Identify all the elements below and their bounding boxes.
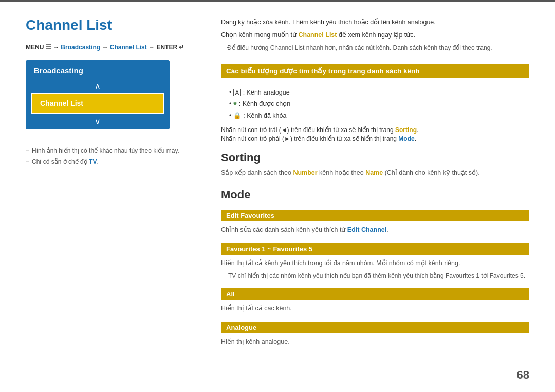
content-area: Channel List MENU ☰ → Broadcasting → Cha… — [0, 2, 555, 392]
edit-channel-link: Edit Channel — [347, 226, 386, 233]
all-heading: All — [221, 288, 529, 300]
menu-path: MENU ☰ → Broadcasting → Channel List → E… — [26, 44, 200, 51]
divider-line — [26, 139, 128, 139]
sorting-title: Sorting — [221, 151, 529, 164]
note-2: Chỉ có sẵn ở chế độ TV. — [26, 157, 200, 168]
broadcasting-ui: Broadcasting ∧ Channel List ∨ — [26, 60, 170, 129]
down-arrow-icon: ∨ — [95, 117, 101, 126]
edit-favourites-desc: Chỉnh sửa các danh sách kênh yêu thích t… — [221, 225, 529, 235]
intro-line-2: Chọn kênh mong muốn từ Channel List để x… — [221, 30, 529, 41]
note-1: Hình ảnh hiển thị có thể khác nhau tùy t… — [26, 145, 200, 157]
name-link: Name — [365, 169, 383, 176]
icon-analogue: A : Kênh analogue — [229, 87, 529, 99]
menu-arrow3: → — [149, 44, 156, 51]
up-arrow-icon: ∧ — [95, 81, 101, 91]
lock-icon: 🔒 — [233, 112, 242, 119]
page-title: Channel List — [26, 17, 200, 33]
channel-list-highlight-2: Channel List — [270, 44, 305, 51]
fav5-link: Favourites 5 — [490, 272, 524, 279]
page-number: 68 — [517, 368, 529, 382]
analogue-desc: Hiển thị kênh analogue. — [221, 337, 529, 347]
left-arrow-text: Nhấn nút con trỏ trái (◄) trên điều khiể… — [221, 126, 529, 134]
menu-prefix: MENU — [26, 44, 46, 51]
favourites-heading: Favourites 1 ~ Favourites 5 — [221, 243, 529, 255]
broadcasting-link[interactable]: Broadcasting — [61, 44, 100, 51]
icon-selected: ♥ : Kênh được chọn — [229, 98, 529, 110]
analogue-heading: Analogue — [221, 322, 529, 333]
page: Channel List MENU ☰ → Broadcasting → Cha… — [0, 0, 555, 392]
tip-line: Để điều hướng Channel List nhanh hơn, nh… — [221, 43, 529, 53]
number-link: Number — [293, 169, 317, 176]
favourites-tip: TV chỉ hiển thị các nhóm kênh yêu thích … — [221, 271, 529, 281]
mode-title: Mode — [221, 188, 529, 201]
sorting-desc: Sắp xếp danh sách theo Number kênh hoặc … — [221, 167, 529, 178]
right-arrow-text: Nhấn nút con trỏ phải (►) trên điều khiể… — [221, 135, 529, 142]
tv-link: TV — [89, 158, 97, 165]
channel-list-link[interactable]: Channel List — [110, 44, 147, 51]
menu-arrow2: → — [102, 44, 109, 51]
broadcasting-header: Broadcasting — [26, 60, 170, 79]
sorting-link: Sorting — [395, 126, 417, 134]
broadcasting-arrow-down[interactable]: ∨ — [26, 114, 170, 129]
menu-icon: ☰ — [46, 44, 51, 51]
icons-list: A : Kênh analogue ♥ : Kênh được chọn 🔒 :… — [229, 87, 529, 122]
heart-icon: ♥ — [233, 100, 237, 107]
icons-section-heading: Các biểu tượng được tìm thấy trong trang… — [221, 64, 529, 78]
a-icon: A — [233, 89, 241, 96]
intro-line-1: Đăng ký hoặc xóa kênh. Thêm kênh yêu thí… — [221, 17, 529, 28]
fav1-link: Favourites 1 — [446, 272, 479, 279]
channel-list-ui-item[interactable]: Channel List — [31, 93, 164, 114]
menu-enter: ENTER — [156, 44, 179, 51]
mode-link: Mode — [398, 135, 414, 142]
edit-favourites-heading: Edit Favourites — [221, 210, 529, 221]
notes: Hình ảnh hiển thị có thể khác nhau tùy t… — [26, 145, 200, 167]
channel-list-highlight-1: Channel List — [298, 31, 337, 39]
broadcasting-arrow-up[interactable]: ∧ — [26, 79, 170, 93]
left-column: Channel List MENU ☰ → Broadcasting → Cha… — [26, 17, 200, 382]
right-column: Đăng ký hoặc xóa kênh. Thêm kênh yêu thí… — [221, 17, 529, 382]
all-desc: Hiển thị tất cả các kênh. — [221, 303, 529, 313]
icon-locked: 🔒 : Kênh đã khóa — [229, 110, 529, 122]
enter-icon: ↵ — [179, 44, 184, 51]
favourites-desc: Hiển thị tất cả kênh yêu thích trong tối… — [221, 258, 529, 268]
menu-arrow1: → — [53, 44, 61, 51]
